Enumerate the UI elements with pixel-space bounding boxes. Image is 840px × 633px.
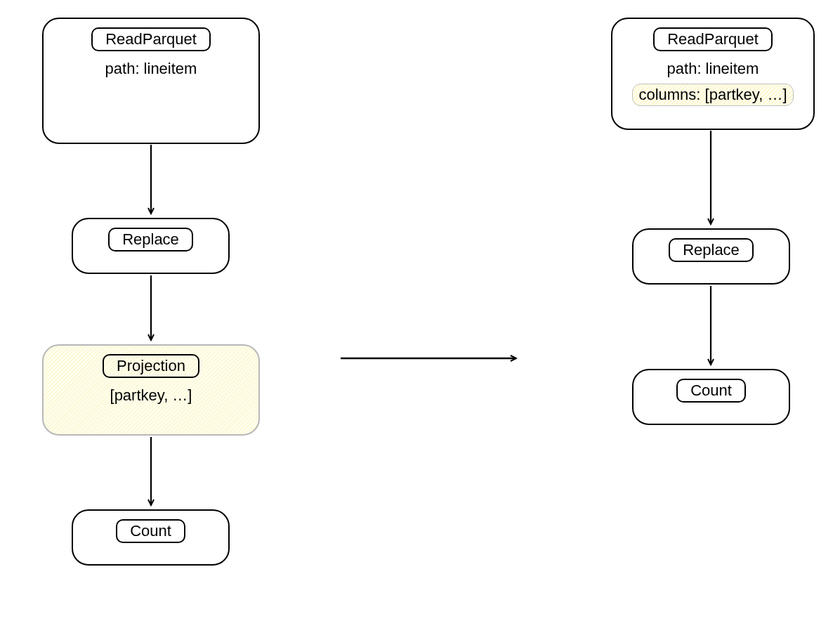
node-projection-left: Projection [partkey, …] [42,344,260,436]
node-title: ReadParquet [91,27,211,51]
node-title: Projection [103,354,199,378]
node-count-right: Count [632,369,790,425]
node-read-parquet-left: ReadParquet path: lineitem [42,18,260,144]
node-title: Replace [108,228,193,252]
node-read-parquet-right: ReadParquet path: lineitem columns: [par… [611,18,815,130]
node-title: Count [676,379,746,403]
node-prop-path: path: lineitem [52,60,250,78]
node-prop-cols: [partkey, …] [52,386,250,405]
node-replace-right: Replace [632,228,790,285]
node-title: Replace [669,238,754,262]
node-count-left: Count [72,509,230,566]
node-prop-cols-highlight: columns: [partkey, …] [632,84,793,106]
node-title: Count [116,519,185,543]
node-replace-left: Replace [72,218,230,274]
node-title: ReadParquet [653,27,773,51]
node-prop-path: path: lineitem [621,60,805,78]
